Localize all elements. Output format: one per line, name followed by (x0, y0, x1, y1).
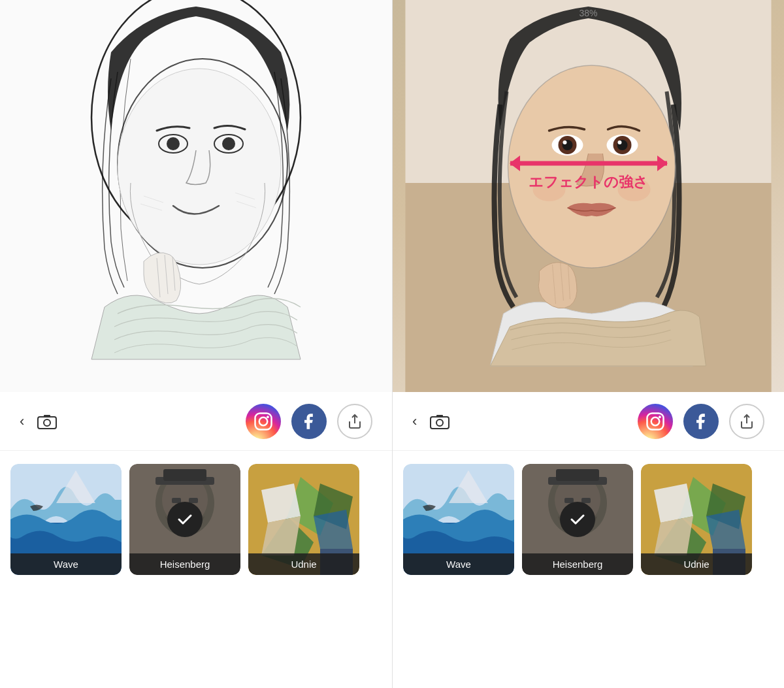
left-filter-heisenberg-label: Heisenberg (129, 553, 240, 575)
right-arrow-line-container (510, 161, 667, 166)
right-filter-wave-thumb: Wave (403, 464, 514, 575)
svg-rect-15 (38, 417, 56, 429)
left-toolbar: ‹ (0, 392, 392, 451)
svg-point-59 (436, 419, 443, 426)
right-toolbar-right (638, 404, 764, 439)
right-filter-udnie-label: Udnie (641, 553, 752, 575)
right-filter-wave[interactable]: Wave (403, 464, 514, 575)
left-filter-udnie-label: Udnie (248, 553, 359, 575)
left-share-button[interactable] (337, 404, 372, 439)
right-instagram-button[interactable] (638, 404, 673, 439)
right-arrow-left-head (510, 156, 520, 171)
left-image-area (0, 0, 392, 392)
svg-rect-61 (647, 413, 664, 429)
svg-rect-58 (431, 417, 449, 429)
right-image-area: 38% エフェクトの強さ (393, 0, 784, 392)
left-facebook-button[interactable] (291, 404, 327, 439)
right-toolbar-left: ‹ (412, 412, 451, 431)
right-filter-strip: Wave (393, 451, 784, 688)
left-filter-wave-label: Wave (10, 553, 122, 575)
svg-marker-81 (706, 510, 745, 549)
left-panel: ‹ (0, 0, 392, 688)
right-back-button[interactable]: ‹ (412, 414, 417, 429)
svg-point-3 (118, 69, 281, 265)
left-filter-wave[interactable]: Wave (10, 464, 122, 575)
svg-point-7 (222, 137, 235, 150)
right-toolbar: ‹ (393, 392, 784, 451)
right-arrow-shaft (510, 161, 667, 166)
svg-marker-36 (261, 483, 301, 523)
svg-point-62 (651, 417, 660, 425)
left-filter-wave-thumb: Wave (10, 464, 122, 575)
svg-point-52 (618, 140, 622, 144)
svg-marker-79 (654, 483, 693, 523)
svg-point-48 (563, 140, 567, 144)
right-filter-heisenberg[interactable]: Heisenberg (522, 464, 633, 575)
sketch-image (0, 0, 392, 392)
left-filter-udnie-thumb: Udnie (248, 464, 359, 575)
svg-point-5 (167, 137, 180, 150)
right-filter-heisenberg-check (560, 502, 595, 537)
right-filter-udnie-thumb: Udnie (641, 464, 752, 575)
left-back-button[interactable]: ‹ (20, 414, 24, 429)
svg-point-19 (259, 417, 268, 425)
right-filter-wave-label: Wave (403, 553, 514, 575)
left-toolbar-left: ‹ (20, 412, 58, 431)
svg-rect-18 (255, 413, 272, 429)
svg-rect-17 (44, 415, 50, 418)
right-filter-udnie[interactable]: Udnie (641, 464, 752, 575)
svg-marker-38 (314, 510, 353, 549)
right-percent-label: 38% (579, 8, 597, 18)
left-filter-heisenberg-thumb: Heisenberg (129, 464, 240, 575)
svg-point-63 (659, 416, 661, 418)
right-annotation-text: エフェクトの強さ (529, 172, 648, 192)
right-filter-heisenberg-thumb: Heisenberg (522, 464, 633, 575)
right-share-button[interactable] (729, 404, 764, 439)
left-filter-udnie[interactable]: Udnie (248, 464, 359, 575)
left-filter-strip: Wave (0, 451, 392, 688)
left-filter-heisenberg[interactable]: Heisenberg (129, 464, 240, 575)
right-arrow-annotation: エフェクトの強さ (510, 161, 667, 192)
right-arrow-row (510, 161, 667, 166)
svg-point-16 (44, 419, 50, 426)
right-filter-heisenberg-label: Heisenberg (522, 553, 633, 575)
right-camera-button[interactable] (429, 412, 451, 431)
left-instagram-button[interactable] (246, 404, 281, 439)
left-toolbar-right (246, 404, 372, 439)
left-filter-heisenberg-check (167, 502, 203, 537)
left-camera-button[interactable] (36, 412, 58, 431)
right-panel: 38% エフェクトの強さ ‹ (392, 0, 784, 688)
right-facebook-button[interactable] (683, 404, 719, 439)
right-arrow-right-head (657, 156, 668, 171)
color-comic-image (393, 0, 784, 392)
svg-rect-60 (436, 415, 443, 418)
svg-point-20 (267, 416, 269, 418)
